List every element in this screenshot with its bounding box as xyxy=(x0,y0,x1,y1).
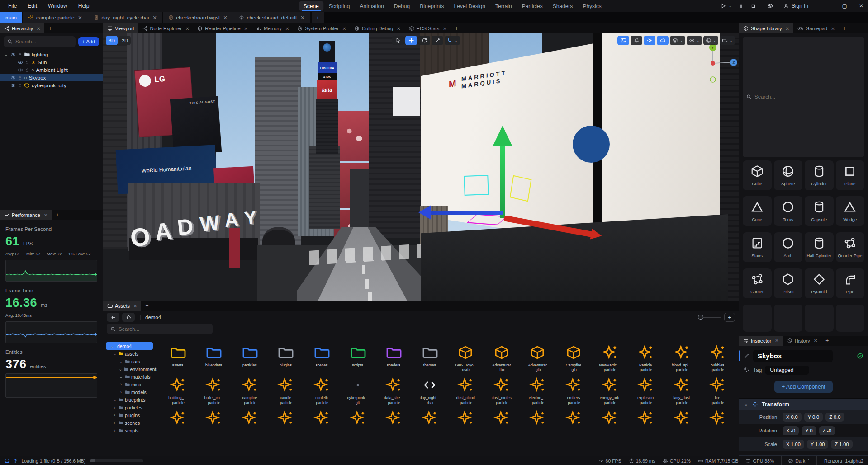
add-panel-button[interactable]: + xyxy=(821,336,833,346)
visibility-eye-icon[interactable] xyxy=(10,75,16,80)
chevron-icon[interactable]: › xyxy=(112,420,117,425)
menu-terrain[interactable]: Terrain xyxy=(491,1,517,11)
shape-arch[interactable]: Arch xyxy=(774,232,803,262)
lighting-toggle-button[interactable] xyxy=(644,36,655,45)
asset-tile[interactable]: dust_motes .particle xyxy=(484,375,519,404)
assets-search[interactable] xyxy=(107,324,213,334)
shape-plane[interactable]: Plane xyxy=(836,160,865,190)
window-minimize-button[interactable]: ─ xyxy=(826,3,830,9)
asset-tile[interactable] xyxy=(520,408,555,428)
folder-tree-row[interactable]: ⌄ demo4 xyxy=(106,342,153,350)
tree-row[interactable]: cyberpunk_city xyxy=(0,81,103,89)
shape-cone[interactable]: Cone xyxy=(743,196,772,226)
shape-cylinder[interactable]: Cylinder xyxy=(805,160,834,190)
asset-tile[interactable] xyxy=(160,408,195,428)
orientation-gizmo[interactable]: Y Z xyxy=(698,42,739,87)
add-panel-button[interactable]: + xyxy=(44,23,56,33)
asset-tile[interactable]: campfire .particle xyxy=(232,375,267,404)
shape-corner[interactable]: Corner xyxy=(743,268,772,298)
asset-tile[interactable]: building_... .particle xyxy=(160,375,195,404)
asset-tile[interactable] xyxy=(412,408,447,428)
chevron-icon[interactable]: ⌄ xyxy=(119,366,122,371)
scale-tool-button[interactable] xyxy=(432,36,443,45)
chevron-icon[interactable]: ⌄ xyxy=(112,351,117,356)
tab-node-explorer[interactable]: Node Explorer✕ xyxy=(138,23,194,33)
tab-hierarchy[interactable]: Hierarchy✕ xyxy=(0,23,44,33)
folder-tree-row[interactable]: › scenes xyxy=(106,419,157,427)
asset-tile[interactable]: data_stre... .particle xyxy=(376,375,411,404)
close-icon[interactable]: ✕ xyxy=(185,26,189,31)
lock-icon[interactable] xyxy=(25,60,29,65)
assets-search-input[interactable] xyxy=(119,326,209,332)
entity-name-field[interactable]: Skybox xyxy=(753,350,833,362)
close-icon[interactable]: ✕ xyxy=(300,15,304,21)
add-component-button[interactable]: + Add Component xyxy=(774,381,832,393)
move-tool-button[interactable] xyxy=(405,36,417,45)
visibility-eye-icon[interactable] xyxy=(18,67,23,73)
tree-row[interactable]: ○ Ambient Light xyxy=(0,66,103,74)
add-entity-button[interactable]: + Add xyxy=(78,37,99,46)
chevron-icon[interactable]: ⌄ xyxy=(109,343,114,348)
gizmo-axis-x[interactable] xyxy=(430,211,503,215)
folder-tree-row[interactable]: ⌄ cars xyxy=(106,357,157,365)
menu-help[interactable]: Help xyxy=(74,1,94,10)
visibility-menu-button[interactable]: ⌄ xyxy=(687,36,702,45)
asset-tile[interactable] xyxy=(340,408,375,428)
asset-tile[interactable] xyxy=(484,408,519,428)
menu-scene[interactable]: Scene xyxy=(299,1,323,11)
layers-menu-button[interactable]: ⌄ xyxy=(670,36,685,45)
rotation-y-field[interactable]: Y 0 xyxy=(802,426,816,435)
tab-ecs-stats[interactable]: ECS Stats✕ xyxy=(405,23,451,33)
shape-search[interactable] xyxy=(743,37,864,157)
menu-file[interactable]: File xyxy=(4,1,21,10)
camera-menu-button[interactable]: ⌄ xyxy=(720,36,735,45)
asset-tile[interactable] xyxy=(664,408,699,428)
shape-sphere[interactable]: Sphere xyxy=(774,160,803,190)
close-icon[interactable]: ✕ xyxy=(223,15,227,21)
visibility-eye-icon[interactable] xyxy=(10,83,16,88)
folder-tree-row[interactable]: ⌄ materials xyxy=(106,373,157,380)
menu-level-design[interactable]: Level Design xyxy=(450,1,490,11)
chevron-icon[interactable]: › xyxy=(112,413,117,418)
asset-tile[interactable]: blood_spl... .particle xyxy=(664,342,699,372)
shape-cell-partial[interactable] xyxy=(743,305,772,332)
close-icon[interactable]: ✕ xyxy=(775,338,778,343)
close-icon[interactable]: ✕ xyxy=(786,26,789,31)
lock-icon[interactable] xyxy=(18,75,22,80)
chevron-icon[interactable]: ⌄ xyxy=(119,374,123,379)
scale-x-field[interactable]: X 1.00 xyxy=(783,440,804,449)
collapse-chevron-icon[interactable]: ⌄ xyxy=(744,402,749,407)
add-panel-button[interactable]: + xyxy=(52,210,63,220)
close-icon[interactable]: ✕ xyxy=(78,15,82,21)
shape-prism[interactable]: Prism xyxy=(774,268,803,298)
transform-section-header[interactable]: ⌄ Transform xyxy=(739,398,868,410)
tab-performance[interactable]: Performance✕ xyxy=(0,210,52,220)
new-tab-button[interactable]: + xyxy=(312,12,324,23)
asset-tile[interactable]: scenes xyxy=(304,342,339,372)
rotate-tool-button[interactable] xyxy=(418,36,430,45)
tab-inspector[interactable]: Inspector✕ xyxy=(739,336,783,346)
asset-tile[interactable] xyxy=(592,408,627,428)
tab-viewport[interactable]: Viewport xyxy=(103,23,138,33)
tag-value-field[interactable]: Untagged xyxy=(765,366,809,375)
enabled-check-icon[interactable] xyxy=(857,352,863,359)
close-icon[interactable]: ✕ xyxy=(397,26,400,31)
folder-tree-row[interactable]: › misc xyxy=(106,380,157,388)
chevron-icon[interactable]: ⌄ xyxy=(119,359,123,364)
asset-tile[interactable]: electric_... .particle xyxy=(520,375,555,404)
pause-button[interactable] xyxy=(738,3,744,9)
rename-pencil-icon[interactable] xyxy=(744,353,749,359)
asset-tile[interactable]: Particle .particle xyxy=(628,342,663,372)
render-mode-button[interactable] xyxy=(617,36,629,45)
menu-window[interactable]: Window xyxy=(43,1,72,10)
thumbnail-size-slider[interactable] xyxy=(701,317,721,318)
lock-icon[interactable] xyxy=(18,52,22,57)
lock-icon[interactable] xyxy=(18,83,22,88)
tab-gamepad[interactable]: Gamepad✕ xyxy=(793,23,839,33)
play-button[interactable]: ⌄ xyxy=(720,3,732,9)
gizmo-menu-button[interactable]: ⌄ xyxy=(703,36,719,45)
position-z-field[interactable]: Z 0.0 xyxy=(825,413,844,422)
add-panel-button[interactable]: + xyxy=(141,301,152,311)
shape-cube[interactable]: Cube xyxy=(743,160,772,190)
shape-cell-partial[interactable] xyxy=(774,305,803,332)
